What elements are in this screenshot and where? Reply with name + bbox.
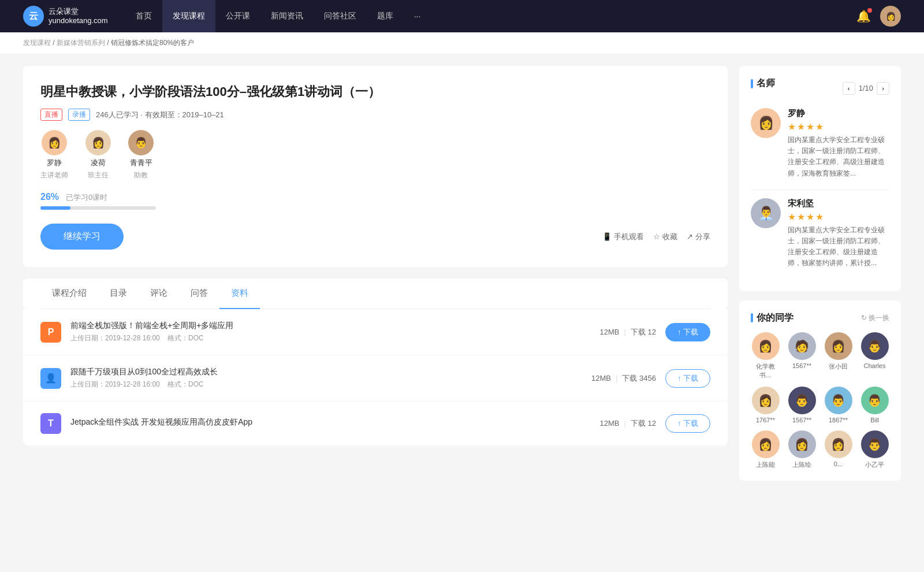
classmate-name-10: 0... (834, 460, 843, 467)
classmate-7: 👨 Bill (860, 387, 889, 424)
classmate-name-11: 小乙平 (865, 460, 884, 469)
continue-button[interactable]: 继续学习 (40, 224, 124, 250)
progress-label: 26% (40, 192, 59, 202)
logo-text: 云朵课堂yundoketang.com (49, 7, 108, 25)
pagination-mini: ‹ 1/10 › (843, 82, 889, 95)
classmate-avatar-7[interactable]: 👨 (861, 387, 889, 414)
sidebar-teacher-info-1: 罗静 ★★★★ 国内某重点大学安全工程专业硕士，国家一级注册消防工程师、注册安全… (788, 108, 889, 179)
res-icon-1: P (40, 322, 61, 343)
breadcrumb-series[interactable]: 新媒体营销系列 (57, 39, 105, 47)
teacher-role-3: 助教 (134, 170, 148, 180)
classmate-avatar-9[interactable]: 👩 (788, 430, 816, 458)
classmate-avatar-3[interactable]: 👨 (861, 332, 889, 360)
tabs-header: 课程介绍 目录 评论 问答 资料 (40, 278, 710, 309)
sidebar-teacher-desc-2: 国内某重点大学安全工程专业硕士，国家一级注册消防工程师、注册安全工程师、级注册建… (788, 225, 889, 269)
favorite-link[interactable]: ☆ 收藏 (653, 232, 677, 242)
user-avatar[interactable]: 👩 (880, 6, 901, 27)
classmate-name-5: 1567** (792, 417, 811, 424)
teacher-name-3: 青青平 (130, 158, 152, 168)
classmates-grid: 👩 化学教书... 🧑 1567** 👩 张小田 👨 Charles 👩 (751, 332, 889, 469)
classmate-10: 👩 0... (824, 430, 853, 469)
mobile-icon: 📱 (602, 232, 612, 241)
download-btn-2[interactable]: ↑ 下载 (665, 369, 710, 388)
teacher-2: 👩 凌荷 班主任 (85, 130, 111, 180)
classmate-avatar-11[interactable]: 👨 (861, 430, 889, 458)
teacher-avatar-1: 👩 (42, 130, 67, 155)
res-title-2: 跟随千万级项目从0到100全过程高效成长 (70, 367, 582, 377)
pagination-label: 1/10 (859, 84, 873, 92)
download-btn-1[interactable]: ↑ 下载 (665, 323, 710, 341)
progress-section: 26% 已学习0课时 (40, 192, 710, 210)
tab-review[interactable]: 评论 (139, 278, 179, 309)
tab-qa[interactable]: 问答 (179, 278, 219, 309)
sidebar-teacher-stars-1: ★★★★ (788, 121, 889, 132)
course-title: 明星中教授课，小学阶段语法100分–强化级第1讲动词（一） (40, 83, 710, 101)
classmate-avatar-4[interactable]: 👩 (752, 387, 780, 414)
breadcrumb-current: 销冠修炼术搞定80%的客户 (111, 39, 194, 47)
mobile-view-link[interactable]: 📱 手机观看 (602, 232, 644, 242)
sidebar-teacher-2: 👨‍💼 宋利坚 ★★★★ 国内某重点大学安全工程专业硕士，国家一级注册消防工程师… (751, 198, 889, 269)
classmate-avatar-5[interactable]: 👨 (788, 387, 816, 414)
bell-icon[interactable]: 🔔 (856, 9, 871, 23)
res-icon-2: 👤 (40, 368, 61, 389)
classmate-avatar-1[interactable]: 🧑 (788, 332, 816, 360)
breadcrumb-discover[interactable]: 发现课程 (23, 39, 51, 47)
sidebar-teacher-stars-2: ★★★★ (788, 211, 889, 222)
teacher-3: 👨 青青平 助教 (128, 130, 154, 180)
action-row: 继续学习 📱 手机观看 ☆ 收藏 ↗ 分享 (40, 224, 710, 250)
notification-dot (867, 8, 872, 13)
classmate-avatar-2[interactable]: 👩 (825, 332, 852, 360)
classmate-name-9: 上陈绘 (792, 460, 811, 469)
nav-news[interactable]: 新闻资讯 (260, 0, 314, 32)
course-meta: 直播 录播 246人已学习 · 有效期至：2019–10–21 (40, 109, 710, 121)
nav-home[interactable]: 首页 (125, 0, 162, 32)
next-page-btn[interactable]: › (877, 82, 889, 95)
resource-list: P 前端全栈加强版！前端全栈+全周期+多端应用 上传日期：2019-12-28 … (23, 309, 728, 445)
classmate-avatar-8[interactable]: 👩 (752, 430, 780, 458)
main-layout: 明星中教授课，小学阶段语法100分–强化级第1讲动词（一） 直播 录播 246人… (0, 54, 924, 502)
res-info-2: 跟随千万级项目从0到100全过程高效成长 上传日期：2019-12-28 16:… (70, 367, 582, 389)
tab-catalog[interactable]: 目录 (98, 278, 139, 309)
classmate-name-2: 张小田 (829, 362, 848, 371)
classmate-avatar-0[interactable]: 👩 (752, 332, 780, 360)
favorite-label: 收藏 (662, 232, 677, 242)
tab-resources[interactable]: 资料 (219, 278, 260, 309)
classmate-3: 👨 Charles (860, 332, 889, 380)
nav-open[interactable]: 公开课 (215, 0, 260, 32)
sidebar-teacher-name-1: 罗静 (788, 108, 889, 119)
sidebar-teacher-name-2: 宋利坚 (788, 198, 889, 209)
logo[interactable]: 云 云朵课堂yundoketang.com (23, 6, 108, 27)
classmate-5: 👨 1567** (787, 387, 817, 424)
share-icon: ↗ (687, 232, 693, 241)
classmate-name-4: 1767** (756, 417, 775, 424)
classmate-11: 👨 小乙平 (860, 430, 889, 469)
nav-quiz[interactable]: 题库 (367, 0, 404, 32)
share-link[interactable]: ↗ 分享 (687, 232, 710, 242)
classmate-avatar-6[interactable]: 👨 (825, 387, 852, 414)
classmate-4: 👩 1767** (751, 387, 780, 424)
tab-intro[interactable]: 课程介绍 (40, 278, 98, 309)
nav-qa[interactable]: 问答社区 (314, 0, 367, 32)
progress-sublabel: 已学习0课时 (66, 192, 107, 203)
sidebar-teacher-desc-1: 国内某重点大学安全工程专业硕士，国家一级注册消防工程师、注册安全工程师、高级注册… (788, 135, 889, 179)
download-btn-3[interactable]: ↑ 下载 (665, 414, 710, 433)
res-title-3: Jetpack全组件实战 开发短视频应用高仿皮皮虾App (70, 417, 590, 428)
teacher-role-2: 班主任 (88, 170, 109, 180)
sidebar-teacher-1: 👩 罗静 ★★★★ 国内某重点大学安全工程专业硕士，国家一级注册消防工程师、注册… (751, 108, 889, 179)
classmate-name-7: Bill (870, 417, 879, 424)
sidebar-teacher-avatar-2: 👨‍💼 (751, 198, 781, 228)
classmate-name-1: 1567** (792, 362, 811, 369)
teacher-avatar-2: 👩 (85, 130, 111, 155)
nav-discover[interactable]: 发现课程 (162, 0, 215, 32)
nav-more[interactable]: ··· (404, 0, 431, 32)
classmate-name-8: 上陈能 (756, 460, 775, 469)
res-meta-1: 上传日期：2019-12-28 16:00 格式：DOC (70, 333, 590, 343)
classmate-1: 🧑 1567** (787, 332, 817, 380)
star-icon: ☆ (653, 232, 660, 241)
nav-items: 首页 发现课程 公开课 新闻资讯 问答社区 题库 ··· (125, 0, 856, 32)
prev-page-btn[interactable]: ‹ (843, 82, 855, 95)
refresh-button[interactable]: ↻ 换一换 (861, 313, 889, 323)
classmate-name-0: 化学教书... (751, 362, 780, 380)
classmate-avatar-10[interactable]: 👩 (825, 430, 852, 458)
progress-bar-fill (40, 206, 70, 210)
